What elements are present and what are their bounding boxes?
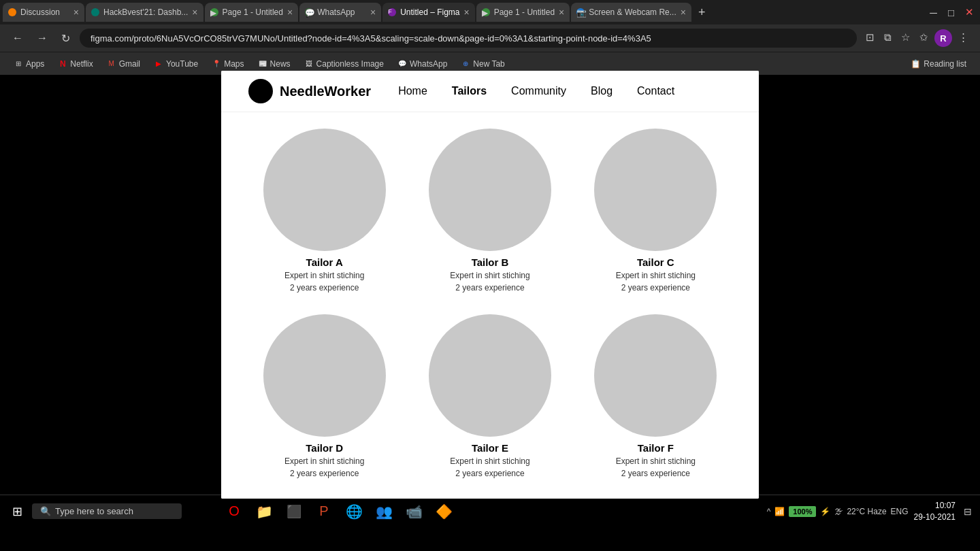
bookmark-whatsapp[interactable]: 💬 WhatsApp: [392, 57, 453, 71]
extensions-icon[interactable]: ⧉: [881, 29, 895, 47]
newtab-icon: ⊕: [461, 59, 470, 69]
taskbar-clock: 10:07 29-10-2021: [914, 500, 956, 523]
taskbar-app-teams[interactable]: 👥: [370, 497, 398, 526]
weather-text: 22°C Haze: [847, 507, 886, 516]
forward-button[interactable]: →: [33, 29, 52, 47]
tailor-specialty-c: Expert in shirt stiching: [616, 271, 696, 280]
tailor-card-b[interactable]: Tailor B Expert in shirt stiching 2 year…: [414, 129, 566, 293]
tab-close-page1-2[interactable]: ×: [559, 7, 564, 18]
network-icon: 📶: [774, 507, 785, 516]
tailor-card-d[interactable]: Tailor D Expert in shirt stiching 2 year…: [248, 314, 400, 478]
search-icon: 🔍: [40, 506, 51, 516]
systray: ^ 📶 100% ⚡ 🌫 22°C Haze ENG: [767, 506, 909, 517]
bookmark-newtab[interactable]: ⊕ New Tab: [455, 57, 510, 71]
battery-charging-icon: ⚡: [820, 507, 830, 516]
url-input[interactable]: [80, 29, 857, 48]
taskbar-app-vlc[interactable]: 🔶: [429, 497, 458, 526]
tab-close-figma[interactable]: ×: [464, 7, 470, 18]
captionless-icon: 🖼: [304, 59, 314, 69]
weather-icon: 🌫: [834, 507, 843, 516]
tab-discussion[interactable]: Discussion ×: [3, 3, 84, 22]
address-icons: ⊡ ⧉ ☆ ✩ R ⋮: [862, 29, 972, 47]
address-bar: ← → ↻ ⊡ ⧉ ☆ ✩ R ⋮: [0, 24, 980, 52]
logo-circle: [248, 79, 273, 103]
tab-close-discussion[interactable]: ×: [74, 7, 79, 18]
tailor-card-c[interactable]: Tailor C Expert in shirt stiching 2 year…: [580, 129, 732, 293]
taskbar-app-files[interactable]: 📁: [250, 497, 278, 526]
menu-icon[interactable]: ⋮: [955, 29, 972, 47]
tab-title-discussion: Discussion: [20, 7, 69, 17]
tab-favicon-page1-2: ▶: [482, 8, 490, 16]
tailor-avatar-f: [594, 314, 717, 437]
nav-tailors[interactable]: Tailors: [452, 85, 487, 97]
tab-close-hackbvest[interactable]: ×: [192, 7, 197, 18]
bookmark-news[interactable]: 📰 News: [252, 57, 296, 71]
back-button[interactable]: ←: [8, 29, 27, 47]
show-desktop-button[interactable]: ⊟: [961, 506, 975, 517]
tab-close-screen-webcam[interactable]: ×: [681, 7, 686, 18]
start-button[interactable]: ⊞: [5, 500, 29, 523]
tailor-specialty-f: Expert in shirt stiching: [616, 456, 696, 466]
reload-button[interactable]: ↻: [57, 29, 74, 48]
taskbar-apps: 🗂 O 📁 ⬛ P 🌐 👥 📹 🔶: [190, 497, 458, 526]
battery-indicator: 100%: [789, 506, 816, 517]
tailor-name-e: Tailor E: [472, 442, 508, 454]
tab-hackbvest[interactable]: HackBvest'21: Dashb... ×: [86, 3, 203, 22]
new-tab-button[interactable]: +: [693, 5, 711, 20]
close-window-button[interactable]: ✕: [962, 4, 977, 20]
nav-home[interactable]: Home: [398, 85, 427, 97]
bookmark-maps[interactable]: 📍 Maps: [206, 57, 249, 71]
tailor-experience-a: 2 years experience: [290, 283, 359, 293]
tailor-experience-c: 2 years experience: [621, 283, 690, 293]
tab-page1-2[interactable]: ▶ Page 1 - Untitled ×: [476, 3, 570, 22]
bookmark-apps[interactable]: ⊞ Apps: [8, 57, 50, 71]
tailor-name-d: Tailor D: [306, 442, 343, 454]
tailor-name-b: Tailor B: [472, 256, 509, 268]
taskbar-app-powerpoint[interactable]: P: [310, 497, 338, 526]
tailor-name-c: Tailor C: [637, 256, 674, 268]
tab-screen-webcam[interactable]: 📷 Screen & Webcam Re... ×: [571, 3, 691, 22]
nav-community[interactable]: Community: [511, 85, 566, 97]
taskbar-app-camera[interactable]: 📹: [399, 497, 428, 526]
systray-expand[interactable]: ^: [767, 507, 771, 516]
tailor-name-a: Tailor A: [306, 256, 343, 268]
bookmark-star-icon[interactable]: ✩: [916, 29, 932, 47]
nav-links: Home Tailors Community Blog Contact: [398, 85, 674, 97]
tab-favicon-discussion: [8, 8, 16, 16]
tailor-name-f: Tailor F: [638, 442, 674, 454]
taskbar-right: ^ 📶 100% ⚡ 🌫 22°C Haze ENG 10:07 29-10-2…: [767, 500, 975, 523]
bookmark-icon[interactable]: ☆: [898, 29, 913, 47]
tailor-card-f[interactable]: Tailor F Expert in shirt stiching 2 year…: [580, 314, 732, 478]
profile-avatar[interactable]: R: [934, 29, 952, 47]
figma-frame: NeedleWorker Home Tailors Community Blog…: [221, 71, 759, 499]
tailor-card-a[interactable]: Tailor A Expert in shirt stiching 2 year…: [248, 129, 400, 293]
tab-figma[interactable]: F Untitled – Figma ×: [382, 3, 475, 22]
youtube-icon: ▶: [154, 59, 163, 69]
tab-close-whatsapp[interactable]: ×: [370, 7, 376, 18]
taskbar-app-opera[interactable]: O: [220, 497, 248, 526]
bookmark-captionless[interactable]: 🖼 Captionless Image: [299, 57, 389, 71]
taskbar-app-terminal[interactable]: ⬛: [280, 497, 308, 526]
minimize-button[interactable]: ─: [926, 5, 941, 20]
bookmark-netflix[interactable]: N Netflix: [52, 57, 98, 71]
nav-blog[interactable]: Blog: [591, 85, 612, 97]
nav-contact[interactable]: Contact: [637, 85, 674, 97]
taskbar: ⊞ 🔍 Type here to search 🗂 O 📁 ⬛ P 🌐 👥 📹 …: [0, 495, 980, 527]
taskbar-app-chrome[interactable]: 🌐: [340, 497, 368, 526]
maximize-button[interactable]: □: [945, 5, 958, 20]
needleworker-nav: NeedleWorker Home Tailors Community Blog…: [221, 71, 759, 112]
tab-close-page1-1[interactable]: ×: [287, 7, 293, 18]
reading-list[interactable]: 📋 Reading list: [905, 57, 972, 71]
tailor-experience-f: 2 years experience: [621, 469, 690, 478]
tab-whatsapp[interactable]: 💬 WhatsApp ×: [299, 3, 381, 22]
taskbar-app-explorer[interactable]: 🗂: [190, 497, 218, 526]
bookmark-gmail[interactable]: M Gmail: [101, 57, 146, 71]
cast-icon[interactable]: ⊡: [862, 29, 878, 47]
brand-logo[interactable]: NeedleWorker: [248, 79, 371, 103]
tailors-grid: Tailor A Expert in shirt stiching 2 year…: [221, 112, 759, 499]
bookmark-youtube[interactable]: ▶ YouTube: [148, 57, 203, 71]
browser-chrome: Discussion × HackBvest'21: Dashb... × ▶ …: [0, 0, 980, 75]
tab-page1-1[interactable]: ▶ Page 1 - Untitled ×: [205, 3, 299, 22]
tailor-card-e[interactable]: Tailor E Expert in shirt stiching 2 year…: [414, 314, 566, 478]
taskbar-search[interactable]: 🔍 Type here to search: [32, 503, 182, 519]
